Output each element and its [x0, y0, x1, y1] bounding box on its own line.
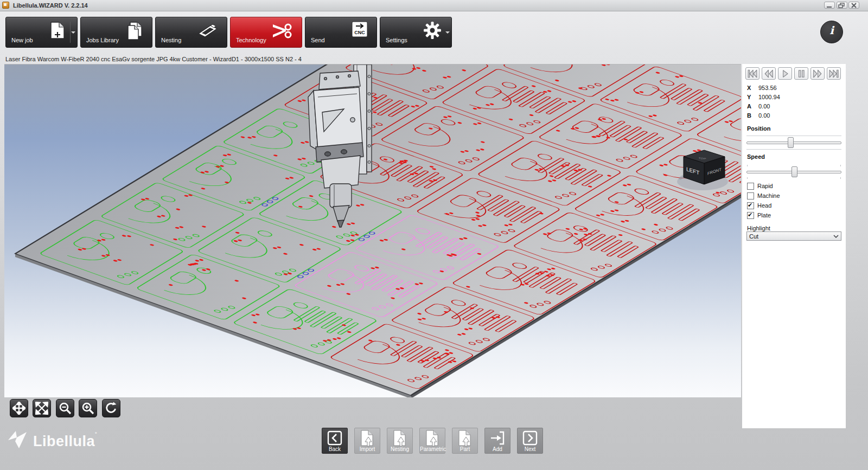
speed-label: Speed: [747, 153, 765, 160]
checkbox-plate[interactable]: [747, 212, 754, 219]
coordinate-y: Y1000.94: [747, 94, 780, 100]
position-slider-track[interactable]: [746, 141, 841, 144]
toolbar-button-label: Settings: [386, 37, 407, 43]
play-icon: [780, 69, 790, 78]
title-bar: Libellula.WIZARD V. 2.2.14: [0, 0, 868, 11]
laser-head: [304, 65, 375, 233]
toolbar-button-label: Send: [311, 37, 325, 43]
skip-start-icon: [748, 69, 757, 78]
back-button[interactable]: Back: [322, 428, 348, 454]
fit-view-button[interactable]: [33, 399, 51, 417]
gear-icon: [423, 21, 442, 42]
view-cube[interactable]: TOP LEFT FRONT: [674, 146, 734, 197]
position-label: Position: [747, 125, 770, 132]
zoom-in-icon: [81, 402, 94, 415]
button-divider: [70, 22, 71, 43]
skip-end-button[interactable]: [827, 67, 841, 80]
job-status-text: Laser Fibra Warcom W-FibeR 2040 cnc EsaG…: [5, 56, 302, 62]
toolbar-button-label: Jobs Library: [86, 37, 119, 43]
application-window: Libellula.WIZARD V. 2.2.14 New job Jobs …: [0, 0, 868, 470]
back-icon: [327, 430, 343, 446]
settings-button[interactable]: Settings: [380, 17, 452, 48]
minimize-icon: [826, 3, 833, 8]
scissors-icon: [272, 23, 293, 41]
fast-forward-button[interactable]: [810, 67, 825, 80]
zoom-in-button[interactable]: [79, 399, 97, 417]
import-document-icon: [425, 430, 440, 447]
rotate-view-icon: [105, 402, 118, 415]
speed-slider-thumb[interactable]: [792, 166, 797, 177]
pan-icon: [12, 402, 25, 415]
info-icon: i: [821, 24, 843, 37]
app-icon: [2, 2, 9, 9]
checkbox-rapid[interactable]: [747, 183, 754, 190]
import-document-icon: [392, 430, 407, 447]
zoom-out-icon: [59, 402, 72, 415]
libellula-logo-icon: [8, 430, 28, 450]
toolbar-button-label: Nesting: [161, 37, 181, 43]
send-to-cnc-icon: CNC: [352, 21, 368, 40]
rotate-view-button[interactable]: [102, 399, 120, 417]
viewport-3d[interactable]: TOP LEFT FRONT: [4, 64, 741, 397]
tilted-sheet-icon: [197, 24, 218, 40]
rewind-icon: [764, 69, 774, 78]
next-button[interactable]: Next: [517, 428, 543, 454]
zoom-out-button[interactable]: [56, 399, 74, 417]
position-slider-thumb[interactable]: [788, 137, 794, 148]
toolbar-button-label: Technology: [236, 37, 266, 43]
info-button[interactable]: i: [820, 21, 843, 43]
toolbar-button-label: New job: [11, 37, 33, 43]
new-job-button[interactable]: New job: [5, 17, 78, 48]
skip-end-icon: [829, 69, 839, 78]
rewind-button[interactable]: [762, 67, 776, 80]
parametric-button[interactable]: Parametric: [419, 428, 445, 454]
coordinate-x: X953.56: [747, 85, 777, 91]
next-icon: [522, 430, 538, 446]
pause-icon: [796, 69, 806, 78]
restore-icon: [838, 3, 846, 8]
highlight-label: Highlight: [747, 225, 770, 231]
checkbox-machine[interactable]: [747, 192, 754, 199]
nesting-button[interactable]: Nesting: [155, 17, 227, 48]
skip-start-button[interactable]: [745, 67, 760, 80]
libellula-logo: Libellula°: [8, 430, 97, 450]
highlight-dropdown[interactable]: Cut: [746, 231, 841, 241]
close-button[interactable]: [848, 2, 859, 9]
speed-slider[interactable]: [746, 165, 841, 179]
pause-button[interactable]: [794, 67, 808, 80]
libellula-logo-text: Libellula°: [33, 431, 97, 450]
add-button[interactable]: Add: [484, 428, 510, 454]
chevron-down-icon: [833, 235, 839, 239]
import-button[interactable]: Import: [354, 428, 380, 454]
position-slider[interactable]: [746, 136, 841, 150]
coordinate-b: B0.00: [747, 112, 770, 119]
new-document-icon: [50, 21, 65, 42]
simulation-panel: X953.56 Y1000.94 A0.00 B0.00 Position Sp…: [742, 64, 846, 428]
fast-forward-icon: [813, 69, 822, 78]
fit-view-icon: [35, 402, 48, 415]
pan-button[interactable]: [10, 399, 28, 417]
import-document-icon: [457, 430, 473, 447]
close-icon: [850, 3, 858, 8]
coordinate-a: A0.00: [747, 103, 770, 110]
chevron-down-icon[interactable]: [71, 31, 75, 36]
highlight-selected-value: Cut: [749, 233, 758, 240]
add-to-icon: [489, 430, 506, 446]
documents-stack-icon: [126, 21, 143, 43]
jobs-library-button[interactable]: Jobs Library: [80, 17, 152, 48]
play-button[interactable]: [778, 67, 792, 80]
technology-button[interactable]: Technology: [230, 17, 302, 48]
send-button[interactable]: CNC Send: [305, 17, 377, 48]
restore-button[interactable]: [837, 2, 847, 9]
minimize-button[interactable]: [824, 2, 835, 9]
svg-text:CNC: CNC: [354, 30, 365, 35]
window-title: Libellula.WIZARD V. 2.2.14: [13, 2, 88, 9]
chevron-down-icon[interactable]: [445, 31, 450, 36]
import-document-icon: [360, 430, 375, 447]
part-button[interactable]: Part: [452, 428, 478, 454]
nesting-step-button[interactable]: Nesting: [387, 428, 413, 454]
checkbox-head[interactable]: [747, 202, 754, 209]
